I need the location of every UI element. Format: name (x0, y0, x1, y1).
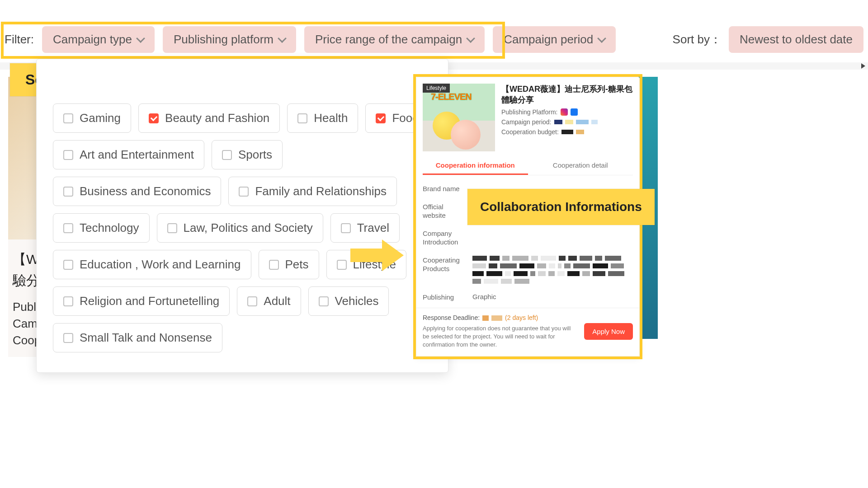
response-deadline-label: Response Deadline: (423, 314, 480, 323)
publishing-method-value: Graphic (472, 293, 633, 302)
checkbox-icon (149, 113, 159, 123)
checkbox-icon (269, 260, 279, 270)
type-chip-beauty-and-fashion[interactable]: Beauty and Fashion (138, 103, 280, 133)
checkbox-icon (63, 223, 73, 233)
types-dropdown-panel: GamingBeauty and FashionHealthFoodArt an… (36, 59, 448, 373)
chip-label: Religion and Fortunetelling (80, 294, 219, 308)
type-chip-art-and-entertainment[interactable]: Art and Entertainment (53, 140, 204, 169)
checkbox-icon (63, 296, 73, 306)
store-logo: 7-ELEVEN (431, 92, 472, 102)
tab-cooperation-detail[interactable]: Cooperation detail (528, 156, 633, 175)
type-chip-pets[interactable]: Pets (259, 250, 319, 279)
filter-campaign-period[interactable]: Campaign period (493, 26, 616, 53)
chip-label: Small Talk and Nonsense (80, 331, 212, 345)
type-chip-business-and-economics[interactable]: Business and Economics (53, 177, 221, 206)
type-chip-vehicles[interactable]: Vehicles (308, 286, 389, 316)
lifestyle-tag: Lifestyle (423, 84, 450, 93)
type-chip-adult[interactable]: Adult (237, 286, 301, 316)
chip-label: Pets (285, 258, 309, 272)
checkbox-icon (319, 296, 329, 306)
chip-label: Business and Economics (80, 184, 211, 198)
field-company-intro: Company Introduction (423, 229, 466, 247)
checkbox-icon (63, 187, 73, 197)
checkbox-icon (376, 113, 386, 123)
detail-thumbnail: 7-ELEVEN (423, 84, 495, 151)
chip-label: Food (392, 111, 419, 125)
type-chip-health[interactable]: Health (287, 103, 358, 133)
checkbox-icon (63, 333, 73, 343)
checkbox-icon (247, 296, 257, 306)
instagram-icon (561, 108, 568, 116)
apply-disclaimer: Applying for cooperation does not guaran… (423, 324, 579, 349)
deadline-days-left: (2 days left) (505, 314, 538, 323)
detail-tabs: Cooperation information Cooperation deta… (423, 156, 633, 175)
chip-label: Vehicles (335, 294, 379, 308)
type-chip-family-and-relationships[interactable]: Family and Relationships (228, 177, 396, 206)
chip-label: Adult (264, 294, 290, 308)
type-chip-education-work-and-learning[interactable]: Education , Work and Learning (53, 250, 251, 279)
campaign-period-label: Campaign period: (501, 118, 552, 126)
type-chip-law-politics-and-society[interactable]: Law, Politics and Society (157, 213, 323, 243)
sort-by-label: Sort by： (673, 32, 722, 47)
apply-now-button[interactable]: Apply Now (584, 323, 633, 340)
sort-select[interactable]: Newest to oldest date (729, 26, 863, 53)
annotation-border-filter (1, 22, 505, 59)
chevron-down-icon (597, 34, 606, 43)
detail-title: 【WEDAR薇達】迪士尼系列-糖果包體驗分享 (501, 84, 633, 106)
chip-label: Law, Politics and Society (184, 221, 313, 235)
tab-cooperation-info[interactable]: Cooperation information (423, 156, 528, 175)
type-chip-travel[interactable]: Travel (330, 213, 400, 243)
checkbox-icon (297, 113, 307, 123)
chip-label: Gaming (80, 111, 121, 125)
checkbox-icon (63, 260, 73, 270)
checkbox-icon (337, 260, 347, 270)
field-publishing-method: Publishing (423, 293, 466, 302)
checkbox-icon (222, 150, 232, 160)
publishing-platform-label: Publishing Platform: (501, 108, 558, 116)
field-brand-name: Brand name (423, 184, 466, 193)
field-official-website: Official website (423, 202, 466, 220)
type-chip-sports[interactable]: Sports (212, 140, 283, 169)
chip-label: Art and Entertainment (80, 148, 194, 162)
chip-label: Family and Relationships (255, 184, 386, 198)
chip-label: Sports (238, 148, 272, 162)
cooperation-budget-label: Cooperation budget: (501, 128, 559, 136)
chip-label: Health (314, 111, 348, 125)
redacted-products (472, 256, 633, 284)
checkbox-icon (341, 223, 351, 233)
chip-label: Education , Work and Learning (80, 258, 241, 272)
annotation-collab-info: Collaboration Informations (467, 189, 655, 225)
type-chip-small-talk-and-nonsense[interactable]: Small Talk and Nonsense (53, 323, 222, 352)
arrow-icon (350, 239, 409, 271)
chip-label: Beauty and Fashion (165, 111, 269, 125)
type-chip-technology[interactable]: Technology (53, 213, 150, 243)
chip-label: Travel (357, 221, 389, 235)
facebook-icon (571, 108, 578, 116)
chip-label: Technology (80, 221, 139, 235)
type-chip-gaming[interactable]: Gaming (53, 103, 131, 133)
checkbox-icon (239, 187, 249, 197)
checkbox-icon (63, 150, 73, 160)
type-chip-religion-and-fortunetelling[interactable]: Religion and Fortunetelling (53, 286, 230, 316)
field-cooperating-products: Cooperating Products (423, 256, 466, 284)
checkbox-icon (63, 113, 73, 123)
checkbox-icon (167, 223, 177, 233)
